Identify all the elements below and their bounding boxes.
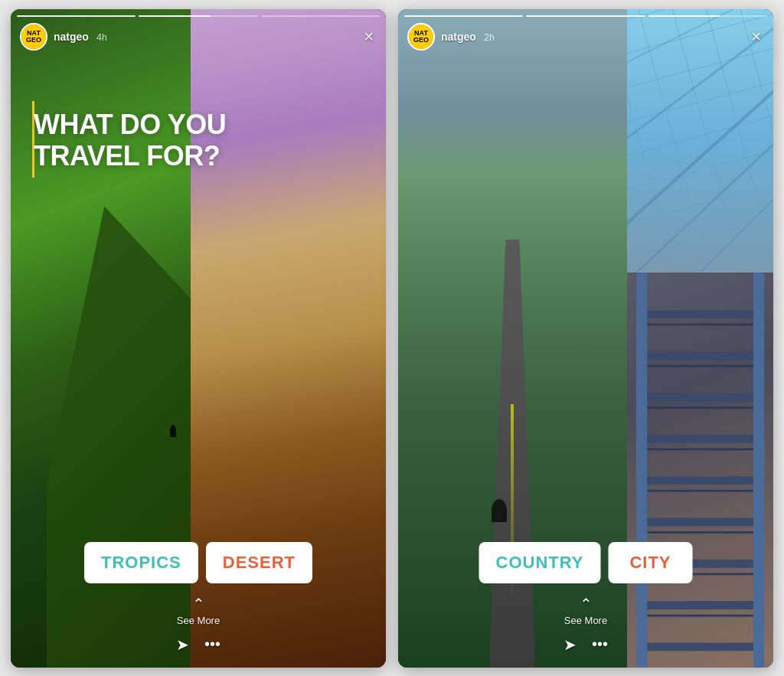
avatar-1[interactable]: NATGEO bbox=[20, 23, 47, 51]
more-icon-1[interactable]: ••• bbox=[204, 635, 220, 653]
see-more-label-1[interactable]: See More bbox=[177, 615, 220, 626]
close-button-1[interactable]: × bbox=[361, 24, 377, 50]
progress-bar-1 bbox=[17, 15, 136, 17]
progress-bars-2 bbox=[404, 15, 767, 17]
natgeo-logo-1: NATGEO bbox=[21, 24, 46, 49]
avatar-2[interactable]: NATGEO bbox=[407, 23, 435, 51]
more-icon-2[interactable]: ••• bbox=[592, 635, 608, 653]
time-ago-1: 4h bbox=[96, 32, 106, 43]
see-more-label-2[interactable]: See More bbox=[564, 615, 607, 626]
poll-option-desert[interactable]: DESERT bbox=[206, 542, 312, 583]
poll-option-country[interactable]: COUNTRY bbox=[479, 542, 601, 583]
username-1[interactable]: natgeo bbox=[54, 31, 89, 43]
bottom-actions-1: ➤ ••• bbox=[176, 635, 220, 654]
glass-ceiling bbox=[627, 9, 773, 305]
progress-bar-2-2 bbox=[526, 15, 645, 17]
story-card-2: NATGEO natgeo 2h × bbox=[398, 9, 773, 668]
story-card-1: NATGEO natgeo 4h × WHAT DO YOU TRAVEL FO… bbox=[11, 9, 386, 668]
story-bottom-1: ⌃ See More ➤ ••• bbox=[11, 599, 386, 668]
story-header-1: NATGEO natgeo 4h × bbox=[20, 23, 377, 51]
progress-bar-2 bbox=[139, 15, 257, 17]
progress-bar-2-3 bbox=[648, 15, 767, 17]
header-info-2: natgeo 2h bbox=[441, 30, 748, 44]
send-icon-1[interactable]: ➤ bbox=[176, 635, 189, 654]
username-2[interactable]: natgeo bbox=[441, 31, 476, 43]
close-button-2[interactable]: × bbox=[748, 24, 764, 50]
question-text: WHAT DO YOU TRAVEL FOR? bbox=[34, 109, 374, 172]
poll-option-city[interactable]: CITY bbox=[608, 542, 692, 583]
bottom-actions-2: ➤ ••• bbox=[564, 635, 608, 654]
progress-bar-2-1 bbox=[404, 15, 523, 17]
progress-bar-3 bbox=[261, 15, 380, 17]
time-ago-2: 2h bbox=[484, 32, 494, 43]
story-header-2: NATGEO natgeo 2h × bbox=[407, 23, 764, 51]
story-bottom-2: ⌃ See More ➤ ••• bbox=[398, 599, 773, 668]
poll-container-2: COUNTRY CITY bbox=[479, 542, 693, 583]
see-more-chevron-2[interactable]: ⌃ bbox=[580, 595, 593, 613]
skater-figure bbox=[492, 499, 507, 522]
poll-container-1: TROPICS DESERT bbox=[84, 542, 312, 583]
see-more-chevron-1[interactable]: ⌃ bbox=[192, 595, 205, 613]
poll-option-tropics[interactable]: TROPICS bbox=[84, 542, 198, 583]
progress-bars-1 bbox=[17, 15, 380, 17]
header-info-1: natgeo 4h bbox=[54, 30, 361, 44]
natgeo-logo-2: NATGEO bbox=[409, 24, 433, 49]
send-icon-2[interactable]: ➤ bbox=[564, 635, 577, 654]
